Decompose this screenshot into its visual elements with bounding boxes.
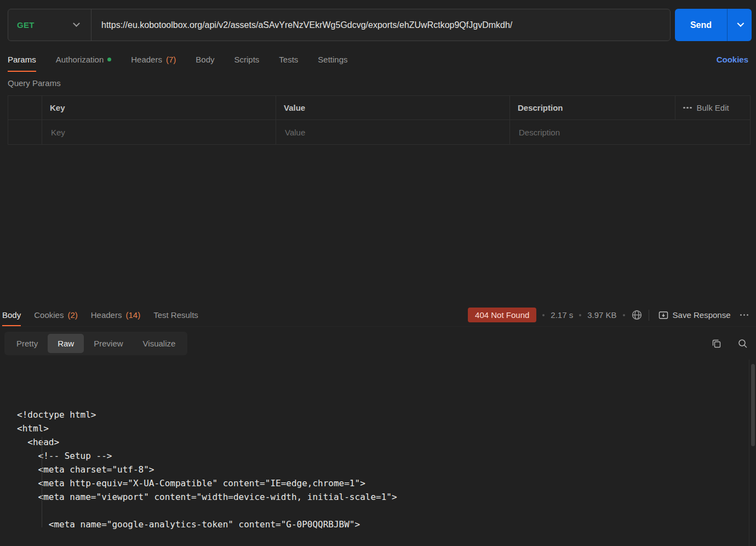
search-icon: [737, 338, 748, 349]
tab-params-label: Params: [8, 55, 36, 64]
param-key-input[interactable]: [50, 127, 268, 138]
view-pretty-button[interactable]: Pretty: [7, 334, 48, 353]
tab-body[interactable]: Body: [196, 47, 214, 72]
query-params-empty-row: [8, 120, 750, 144]
response-tabs-row: Body Cookies (2) Headers (14) Test Resul…: [0, 304, 756, 327]
row-select-cell: [8, 120, 42, 144]
indent-guide: [42, 437, 42, 527]
tab-response-cookies-label: Cookies: [34, 310, 64, 320]
chevron-down-icon: [737, 20, 744, 27]
search-button[interactable]: [737, 338, 748, 349]
query-params-title: Query Params: [0, 72, 756, 95]
response-meta: 404 Not Found 2.17 s 3.97 KB Save Respon: [468, 308, 748, 322]
column-header-value: Value: [276, 96, 510, 120]
param-description-input[interactable]: [518, 127, 742, 138]
dot-separator: [542, 314, 545, 316]
response-raw-text: <!doctype html> <html> <head> <!-- Setup…: [0, 360, 756, 546]
url-input[interactable]: [91, 20, 670, 30]
tab-response-body[interactable]: Body: [2, 304, 21, 326]
response-view-tabs: Pretty Raw Preview Visualize: [4, 332, 187, 355]
tab-response-headers[interactable]: Headers (14): [91, 304, 140, 326]
save-response-button[interactable]: Save Response: [655, 310, 734, 321]
save-response-label: Save Response: [673, 310, 731, 320]
tab-test-results[interactable]: Test Results: [153, 304, 198, 326]
dot-separator: [623, 314, 625, 316]
response-size[interactable]: 3.97 KB: [587, 310, 616, 320]
response-body-panel[interactable]: <!doctype html> <html> <head> <!-- Setup…: [0, 360, 756, 546]
request-url-row: GET Send: [0, 0, 756, 41]
send-options-button[interactable]: [727, 9, 752, 41]
tab-scripts[interactable]: Scripts: [234, 47, 260, 72]
request-tabs: Params Authorization Headers (7) Body Sc…: [0, 47, 756, 72]
query-params-table: Key Value Description Bulk Edit: [8, 95, 751, 145]
view-preview-button[interactable]: Preview: [84, 334, 133, 353]
view-raw-button[interactable]: Raw: [48, 334, 84, 353]
tab-scripts-label: Scripts: [234, 55, 260, 64]
empty-area: [0, 145, 756, 304]
scrollbar-thumb[interactable]: [751, 364, 755, 446]
column-header-key: Key: [42, 96, 276, 120]
tab-tests-label: Tests: [279, 55, 298, 64]
more-options-icon: [683, 107, 692, 109]
tab-headers[interactable]: Headers (7): [131, 47, 176, 72]
response-toolbar-icons: [711, 338, 748, 349]
response-headers-count: (14): [125, 310, 140, 320]
view-visualize-button[interactable]: Visualize: [133, 334, 186, 353]
cookies-link[interactable]: Cookies: [717, 55, 748, 64]
status-badge[interactable]: 404 Not Found: [468, 308, 536, 322]
authorization-status-dot: [107, 58, 111, 61]
send-button-group: Send: [675, 9, 752, 41]
app-window: GET Send Params Authorization Headers (7…: [0, 0, 756, 546]
response-view-row: Pretty Raw Preview Visualize: [0, 327, 756, 360]
tab-headers-label: Headers: [131, 55, 162, 64]
tab-response-headers-label: Headers: [91, 310, 122, 320]
network-info-button[interactable]: [631, 309, 643, 321]
row-select-cell: [8, 96, 42, 120]
bulk-edit-label: Bulk Edit: [697, 103, 729, 112]
dot-separator: [579, 314, 581, 316]
headers-count: (7): [166, 55, 176, 64]
tab-authorization[interactable]: Authorization: [56, 47, 112, 72]
response-cookies-count: (2): [67, 310, 77, 320]
response-time[interactable]: 2.17 s: [551, 310, 573, 320]
tab-params[interactable]: Params: [8, 47, 36, 72]
column-header-description: Description: [510, 96, 675, 120]
tab-settings-label: Settings: [318, 55, 347, 64]
save-icon: [658, 310, 668, 320]
tab-body-label: Body: [196, 55, 214, 64]
bulk-edit-button[interactable]: Bulk Edit: [675, 96, 750, 120]
tab-response-cookies[interactable]: Cookies (2): [34, 304, 78, 326]
url-box: GET: [8, 9, 671, 41]
chevron-down-icon: [73, 20, 80, 27]
tab-tests[interactable]: Tests: [279, 47, 298, 72]
copy-button[interactable]: [711, 338, 722, 349]
method-selector[interactable]: GET: [8, 9, 91, 41]
scrollbar[interactable]: [749, 360, 756, 546]
query-params-header-row: Key Value Description Bulk Edit: [8, 96, 750, 120]
method-label: GET: [17, 20, 35, 30]
tab-response-body-label: Body: [2, 310, 21, 320]
copy-icon: [711, 338, 722, 349]
globe-icon: [631, 309, 643, 321]
more-options-icon[interactable]: [740, 314, 749, 316]
param-value-input[interactable]: [284, 127, 502, 138]
tab-test-results-label: Test Results: [153, 310, 198, 320]
tab-authorization-label: Authorization: [56, 55, 104, 64]
tab-settings[interactable]: Settings: [318, 47, 347, 72]
send-button[interactable]: Send: [675, 9, 727, 41]
divider: [649, 310, 649, 321]
